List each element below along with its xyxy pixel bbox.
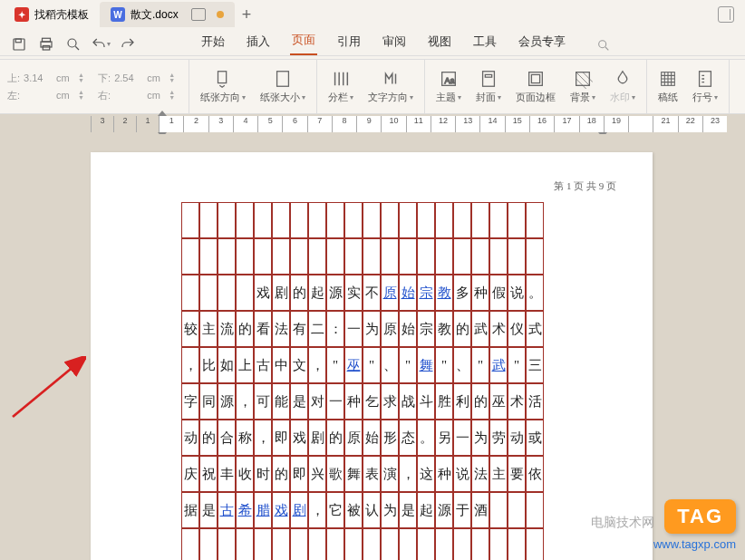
- hyperlink-char[interactable]: 舞: [420, 357, 433, 374]
- hyperlink-char[interactable]: 原: [383, 285, 397, 302]
- margin-bot-value[interactable]: 2.54: [114, 72, 143, 83]
- grid-cell: 种: [435, 456, 453, 492]
- grid-cell: 希: [236, 492, 254, 528]
- grid-cell: [417, 528, 435, 560]
- line-number-button[interactable]: 行号▾: [689, 67, 721, 106]
- columns-icon: [331, 69, 351, 89]
- tab-document[interactable]: W 散文.docx: [100, 2, 235, 27]
- hyperlink-char[interactable]: 武: [492, 357, 506, 374]
- grid-cell: 依: [526, 456, 544, 492]
- hyperlink-char[interactable]: 巫: [347, 357, 361, 374]
- menu-member[interactable]: 会员专享: [517, 28, 567, 55]
- hyperlink-char[interactable]: 戏: [275, 502, 288, 519]
- grid-cell: [181, 238, 199, 275]
- menu-tools[interactable]: 工具: [471, 28, 498, 55]
- menu-view[interactable]: 视图: [426, 28, 453, 55]
- paper-direction-button[interactable]: 纸张方向▾: [197, 67, 249, 106]
- menu-page[interactable]: 页面: [290, 26, 317, 55]
- ruler-tick: 7: [307, 116, 332, 132]
- menu-bar: 开始 插入 页面 引用 审阅 视图 工具 会员专享: [0, 29, 745, 56]
- watermark-button[interactable]: 水印▾: [606, 67, 639, 106]
- panel-toggle-icon[interactable]: [718, 6, 734, 23]
- hyperlink-char[interactable]: 始: [402, 285, 415, 302]
- document-area[interactable]: 第 1 页 共 9 页 戏剧的起源实不原始宗教多种假说。较主流的看法有二：一为原…: [0, 134, 745, 560]
- grid-row: [181, 528, 605, 560]
- grid-cell: [471, 528, 489, 560]
- grid-cell: 活: [526, 383, 544, 420]
- svg-rect-14: [532, 74, 540, 82]
- watermark-domain: www.tagxp.com: [653, 537, 736, 551]
- paper-size-button[interactable]: 纸张大小▾: [256, 67, 309, 106]
- indent-marker-top[interactable]: [158, 111, 167, 116]
- grid-cell: 法: [471, 456, 489, 492]
- grid-cell: 求: [381, 383, 399, 420]
- grid-cell: 舞: [344, 456, 363, 492]
- grid-cell: 主: [199, 311, 218, 347]
- tab-template[interactable]: ✦ 找稻壳模板: [4, 2, 100, 27]
- grid-cell: 武: [471, 311, 489, 347]
- grid-cell: ": [363, 347, 381, 383]
- ruler-tick: 22: [678, 116, 702, 132]
- svg-line-18: [13, 366, 74, 417]
- grid-cell: 为: [381, 492, 399, 528]
- grid-cell: [471, 238, 489, 275]
- grid-cell: 庆: [181, 456, 199, 492]
- ruler-tick: 3: [91, 116, 113, 132]
- search-icon[interactable]: [596, 38, 611, 55]
- template-icon: ✦: [15, 7, 29, 22]
- background-button[interactable]: 背景▾: [566, 67, 599, 106]
- grid-cell: 戏: [272, 492, 290, 528]
- page-border-button[interactable]: 页面边框: [512, 67, 559, 106]
- hyperlink-char[interactable]: 腊: [256, 502, 270, 519]
- hyperlink-char[interactable]: 宗: [420, 285, 433, 302]
- margin-right-label: 右:: [98, 89, 111, 102]
- grid-cell: 战: [399, 383, 417, 420]
- grid-cell: [363, 202, 381, 238]
- menu-start[interactable]: 开始: [199, 28, 227, 55]
- spinner-icon[interactable]: ▲▼: [78, 72, 91, 83]
- cover-button[interactable]: 封面▾: [472, 67, 505, 106]
- grid-cell: [526, 492, 544, 528]
- theme-icon: Aa: [439, 69, 459, 89]
- grid-cell: [526, 528, 544, 560]
- grid-cell: [308, 528, 326, 560]
- grid-cell: 合: [218, 420, 236, 456]
- spinner-icon[interactable]: ▲▼: [169, 72, 181, 83]
- grid-cell: 为: [471, 420, 489, 456]
- spinner-icon[interactable]: ▲▼: [169, 90, 181, 101]
- ruler-tick: 3: [208, 116, 233, 132]
- grid-cell: ：: [326, 311, 344, 347]
- new-tab-button[interactable]: +: [242, 5, 252, 24]
- hyperlink-char[interactable]: 古: [220, 502, 234, 519]
- menu-insert[interactable]: 插入: [245, 28, 272, 55]
- grid-cell: 。: [526, 275, 544, 311]
- linenum-icon: [695, 69, 715, 89]
- hyperlink-char[interactable]: 教: [438, 285, 451, 302]
- spinner-icon[interactable]: ▲▼: [78, 90, 91, 101]
- menu-review[interactable]: 审阅: [381, 28, 408, 55]
- grid-cell: 的: [236, 311, 254, 347]
- grid-cell: [435, 528, 453, 560]
- margin-top-value[interactable]: 3.14: [24, 72, 53, 83]
- grid-cell: 源: [435, 492, 453, 528]
- menu-reference[interactable]: 引用: [335, 28, 363, 55]
- grid-cell: 时: [254, 456, 272, 492]
- monitor-icon: [191, 8, 206, 21]
- columns-button[interactable]: 分栏▾: [324, 67, 357, 106]
- ruler-tick: 6: [282, 116, 306, 132]
- grid-cell: 始: [399, 311, 417, 347]
- ruler[interactable]: 321 12345678910111213141516171819212223: [0, 114, 745, 134]
- grid-cell: 收: [236, 456, 254, 492]
- hyperlink-char[interactable]: 剧: [293, 502, 306, 519]
- grid-cell: 酒: [471, 492, 489, 528]
- ruler-tick: 2: [183, 116, 208, 132]
- gaozhi-button[interactable]: 稿纸: [654, 67, 682, 106]
- grid-cell: [236, 275, 254, 311]
- grid-cell: 种: [471, 275, 489, 311]
- text-direction-button[interactable]: 文字方向▾: [364, 67, 417, 106]
- grid-cell: 武: [489, 347, 508, 383]
- hyperlink-char[interactable]: 希: [238, 502, 252, 519]
- theme-button[interactable]: Aa 主题▾: [432, 67, 465, 106]
- grid-cell: 巫: [489, 383, 508, 420]
- grid-cell: 比: [199, 347, 218, 383]
